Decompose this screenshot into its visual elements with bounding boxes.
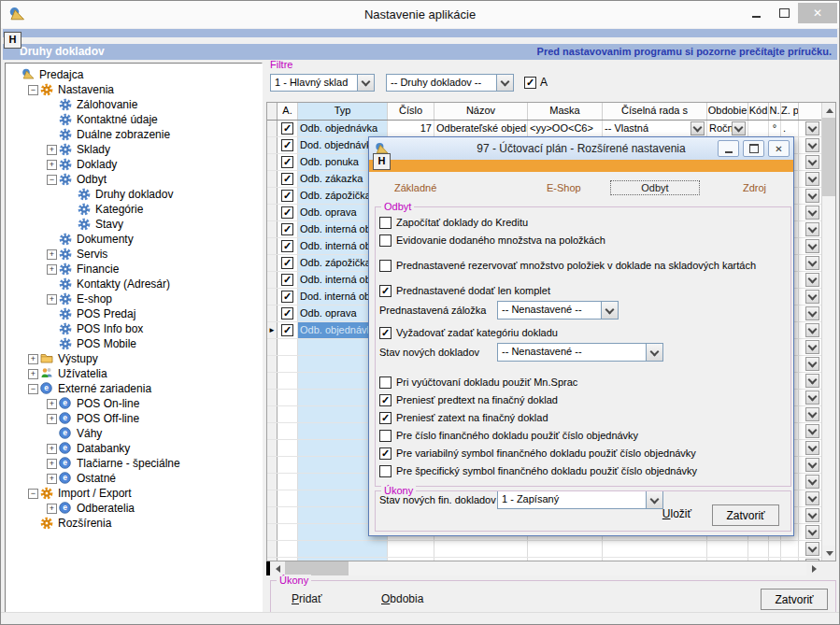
option-vy-adova-zada-kateg-riu-dokladu[interactable]: Vyžadovať zadať kategóriu dokladu bbox=[379, 325, 787, 340]
chevron-down-icon[interactable] bbox=[357, 75, 374, 91]
scroll-up-icon[interactable] bbox=[822, 103, 836, 118]
chevron-down-icon[interactable] bbox=[732, 121, 746, 135]
chevron-down-icon[interactable] bbox=[805, 424, 819, 438]
tree-item-nastavenia[interactable]: −Nastavenia bbox=[6, 82, 262, 97]
tree-item-v-hy[interactable]: eVáhy bbox=[6, 426, 262, 441]
tree-item-ostatn[interactable]: +eOstatné bbox=[6, 471, 262, 486]
chevron-down-icon[interactable] bbox=[805, 172, 819, 186]
option-pre-variabiln-symbol-finan-n-ho-dokladu-[interactable]: Pre variabilný symbol finančného dokladu… bbox=[379, 446, 787, 461]
tree-item-u-vatelia[interactable]: +Užívatelia bbox=[6, 366, 262, 381]
close-icon[interactable]: ✕ bbox=[768, 140, 790, 157]
tree-item-import-export[interactable]: −Import / Export bbox=[6, 486, 262, 501]
checkbox[interactable] bbox=[379, 234, 392, 247]
tree-item-financie[interactable]: +Financie bbox=[6, 262, 262, 277]
chevron-down-icon[interactable] bbox=[601, 302, 618, 319]
plus-expander-icon[interactable]: + bbox=[47, 160, 57, 170]
doctype-filter-combobox[interactable]: -- Druhy dokladov -- bbox=[386, 74, 514, 92]
plus-expander-icon[interactable]: + bbox=[47, 474, 57, 484]
minimize-icon[interactable] bbox=[742, 3, 770, 23]
tree-item-servis[interactable]: +Servis bbox=[6, 247, 262, 262]
chevron-down-icon[interactable] bbox=[805, 290, 819, 304]
chevron-down-icon[interactable] bbox=[805, 475, 819, 489]
row-active-checkbox[interactable] bbox=[281, 173, 293, 185]
row-active-checkbox[interactable] bbox=[281, 274, 293, 286]
checkbox[interactable] bbox=[379, 376, 392, 389]
row-active-checkbox[interactable] bbox=[281, 291, 293, 303]
column-header-n-zov[interactable]: Názov bbox=[434, 103, 528, 120]
tree-item-pos-on-line[interactable]: +ePOS On-line bbox=[6, 396, 262, 411]
vertical-scrollbar[interactable] bbox=[821, 103, 836, 561]
stav-nov-ch-dokladov-combobox[interactable]: -- Nenastavené -- bbox=[497, 343, 663, 362]
chevron-down-icon[interactable] bbox=[805, 525, 819, 539]
tab-zdroj[interactable]: Zdroj bbox=[743, 182, 766, 193]
chevron-down-icon[interactable] bbox=[805, 189, 819, 203]
tree-item-databanky[interactable]: +eDatabanky bbox=[6, 441, 262, 456]
tree-item-extern-zariadenia[interactable]: −eExterné zariadenia bbox=[6, 381, 262, 396]
plus-expander-icon[interactable]: + bbox=[47, 399, 57, 409]
tree-item-kontakty-adres-r[interactable]: Kontakty (Adresár) bbox=[6, 277, 262, 291]
column-header-seln-rada-s[interactable]: Číselná rada s bbox=[603, 103, 707, 120]
column-header-n[interactable]: N. bbox=[769, 103, 781, 120]
chevron-down-icon[interactable] bbox=[805, 508, 819, 522]
column-header-maska[interactable]: Maska bbox=[528, 103, 603, 120]
filter-a-checkbox[interactable] bbox=[524, 77, 536, 89]
row-active-checkbox[interactable] bbox=[281, 257, 293, 269]
option-prednastaven-rezervova-mno-stvo-polo-iek[interactable]: Prednastavené rezervovať množstvo položi… bbox=[379, 258, 787, 273]
option-prednastaven-doda-len-komplet[interactable]: Prednastavené dodať len komplet bbox=[379, 283, 787, 298]
row-active-checkbox[interactable] bbox=[281, 122, 293, 135]
row-active-checkbox[interactable] bbox=[281, 324, 293, 336]
chevron-down-icon[interactable] bbox=[805, 155, 819, 169]
prednastaven-z-lo-ka-combobox[interactable]: -- Nenastavené -- bbox=[497, 301, 619, 320]
tree-item-doklady[interactable]: +Doklady bbox=[6, 157, 262, 172]
chevron-down-icon[interactable] bbox=[805, 441, 819, 455]
save-button[interactable]: Uložiť bbox=[662, 507, 691, 520]
checkbox[interactable] bbox=[379, 465, 392, 477]
option-pri-vy-tovan-dokladu-pou-i-mn-sprac[interactable]: Pri vyúčtovaní dokladu použiť Mn.Sprac bbox=[379, 375, 787, 390]
help-h-button[interactable]: H bbox=[4, 32, 21, 49]
chevron-down-icon[interactable] bbox=[805, 374, 819, 388]
tree-item-kontaktn-daje[interactable]: Kontaktné údaje bbox=[6, 112, 262, 127]
tree-item-pos-mobile[interactable]: POS Mobile bbox=[6, 336, 262, 351]
tree-item-pos-info-box[interactable]: POS Info box bbox=[6, 321, 262, 336]
chevron-down-icon[interactable] bbox=[805, 306, 819, 320]
minus-expander-icon[interactable]: − bbox=[47, 175, 57, 185]
periods-button[interactable]: Obdobia bbox=[381, 592, 423, 605]
column-header-obdobie[interactable]: Obdobie bbox=[707, 103, 748, 120]
dialog-help-h-button[interactable]: H bbox=[373, 153, 391, 170]
option-pre-pecifick-symbol-finan-n-ho-dokladu-p[interactable]: Pre špecifický symbol finančného dokladu… bbox=[379, 463, 787, 478]
option-pre-slo-finan-n-ho-dokladu-pou-i-slo-obj[interactable]: Pre číslo finančného dokladu použiť čísl… bbox=[379, 428, 787, 443]
checkbox[interactable] bbox=[379, 285, 392, 297]
tree-item-odberatelia[interactable]: +eOdberatelia bbox=[6, 501, 262, 516]
chevron-down-icon[interactable] bbox=[496, 75, 513, 91]
tree-item-du-lne-zobrazenie[interactable]: Duálne zobrazenie bbox=[6, 127, 262, 142]
option-evidovanie-dodan-ho-mno-stva-na-polo-k-c[interactable]: Evidovanie dodaného množstva na položkác… bbox=[379, 233, 787, 248]
scroll-down-icon[interactable] bbox=[822, 546, 836, 561]
row-active-checkbox[interactable] bbox=[281, 240, 293, 252]
tab-e-shop[interactable]: E-Shop bbox=[547, 182, 581, 193]
tree-item-roz-renia[interactable]: Rozšírenia bbox=[6, 516, 262, 531]
row-active-checkbox[interactable] bbox=[281, 307, 293, 320]
row-active-checkbox[interactable] bbox=[281, 223, 293, 235]
column-header-col0[interactable] bbox=[267, 103, 278, 120]
plus-expander-icon[interactable]: + bbox=[47, 504, 57, 514]
chevron-down-icon[interactable] bbox=[805, 391, 819, 405]
plus-expander-icon[interactable]: + bbox=[47, 145, 57, 155]
minus-expander-icon[interactable]: − bbox=[28, 489, 38, 499]
plus-expander-icon[interactable]: + bbox=[47, 249, 57, 260]
dialog-close-button[interactable]: Zatvoriť bbox=[712, 504, 779, 526]
checkbox[interactable] bbox=[379, 260, 392, 272]
column-header-slo[interactable]: Číslo bbox=[388, 103, 434, 120]
chevron-down-icon[interactable] bbox=[805, 491, 819, 505]
tree-item-odbyt[interactable]: −Odbyt bbox=[6, 172, 262, 187]
chevron-down-icon[interactable] bbox=[805, 256, 819, 270]
table-row[interactable]: Odb. objednávka17Odberateľské objednávky… bbox=[267, 121, 821, 137]
restore-icon[interactable] bbox=[743, 140, 764, 157]
checkbox[interactable] bbox=[379, 412, 392, 424]
minus-expander-icon[interactable]: − bbox=[28, 384, 38, 394]
plus-expander-icon[interactable]: + bbox=[47, 264, 57, 275]
column-header-k-d[interactable]: Kód bbox=[748, 103, 769, 120]
chevron-down-icon[interactable] bbox=[805, 138, 819, 152]
chevron-down-icon[interactable] bbox=[805, 340, 819, 354]
column-header-z-pc[interactable]: Z. pc bbox=[781, 103, 799, 120]
row-active-checkbox[interactable] bbox=[281, 190, 293, 202]
